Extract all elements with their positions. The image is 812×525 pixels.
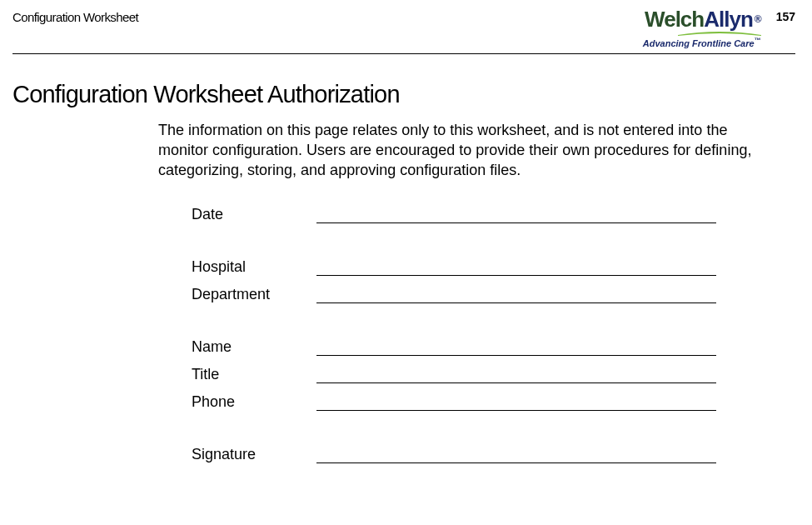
brand-wordmark: WelchAllyn®: [645, 8, 761, 30]
intro-paragraph: The information on this page relates onl…: [158, 120, 779, 181]
field-signature: Signature: [192, 446, 795, 463]
running-head: Configuration Worksheet: [12, 8, 138, 24]
page-number: 157: [776, 8, 795, 23]
section-heading: Configuration Worksheet Authorization: [12, 81, 795, 108]
brand-welch: Welch: [645, 8, 704, 30]
brand-swoosh-icon: [678, 31, 761, 36]
label-title: Title: [192, 366, 316, 383]
field-phone: Phone: [192, 393, 795, 411]
blank-line: [316, 450, 716, 463]
header-right: WelchAllyn® Advancing Frontline Care™ 15…: [643, 8, 795, 48]
field-hospital: Hospital: [192, 258, 795, 276]
page-header: Configuration Worksheet WelchAllyn® Adva…: [12, 8, 795, 54]
field-title: Title: [192, 366, 795, 383]
blank-line: [316, 398, 716, 411]
registered-icon: ®: [753, 14, 761, 24]
blank-line: [316, 290, 716, 303]
label-signature: Signature: [192, 446, 316, 463]
brand-logo: WelchAllyn® Advancing Frontline Care™: [643, 8, 761, 48]
field-department: Department: [192, 286, 795, 303]
blank-line: [316, 342, 716, 356]
blank-line: [316, 262, 716, 276]
blank-line: [316, 210, 716, 223]
blank-line: [316, 370, 716, 383]
brand-tagline: Advancing Frontline Care™: [643, 38, 761, 48]
label-name: Name: [192, 338, 316, 356]
field-date: Date: [192, 206, 795, 223]
form-fields: Date Hospital Department Name Title Phon…: [192, 206, 795, 463]
label-date: Date: [192, 206, 316, 223]
label-hospital: Hospital: [192, 258, 316, 276]
trademark-icon: ™: [755, 37, 761, 44]
label-phone: Phone: [192, 393, 316, 411]
brand-allyn: Allyn: [704, 8, 753, 30]
label-department: Department: [192, 286, 316, 303]
field-name: Name: [192, 338, 795, 356]
